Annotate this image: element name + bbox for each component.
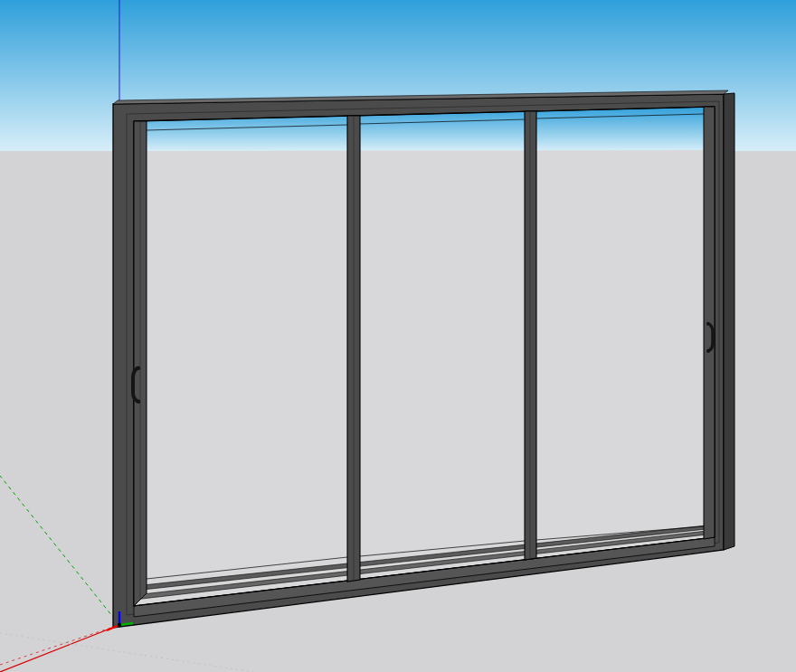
svg-point-24	[137, 366, 140, 370]
svg-point-26	[706, 322, 710, 326]
mullion-1	[347, 116, 360, 582]
scene-canvas[interactable]	[0, 0, 796, 672]
sliding-door-model[interactable]	[113, 90, 734, 628]
left-jamb-stile	[134, 121, 147, 606]
3d-viewport[interactable]	[0, 0, 796, 672]
svg-marker-13	[525, 111, 536, 560]
svg-point-25	[137, 400, 140, 403]
svg-point-27	[706, 349, 710, 353]
svg-marker-3	[724, 93, 734, 550]
mullion-2	[525, 111, 536, 560]
